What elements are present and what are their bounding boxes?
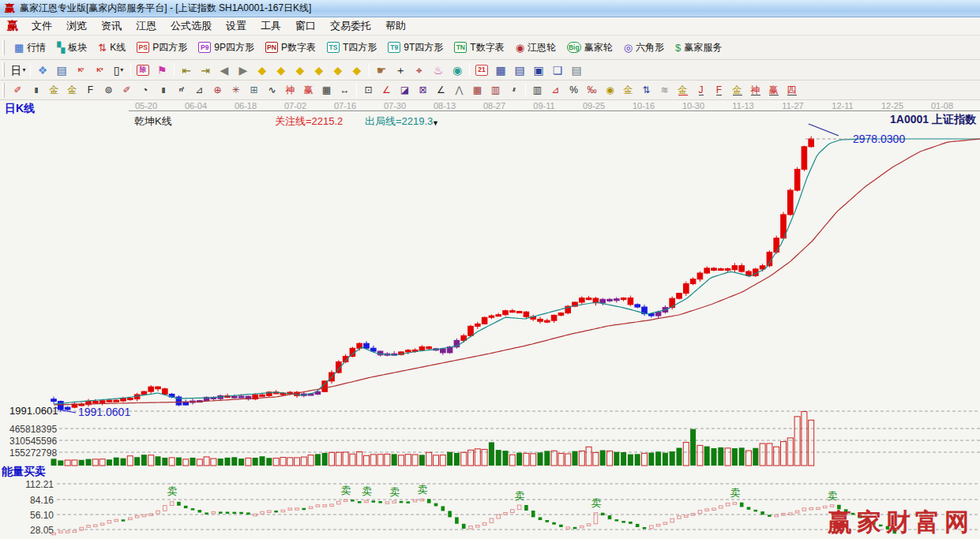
drag-hand-icon[interactable]: ☛ bbox=[372, 62, 391, 79]
menu-item-0[interactable]: 文件 bbox=[24, 17, 59, 35]
nine-t-square-button[interactable]: T99T四方形 bbox=[382, 39, 449, 56]
wave-mark-icon[interactable]: ∿ bbox=[263, 82, 281, 98]
formula-web-icon[interactable]: ❖ bbox=[33, 62, 52, 79]
hist-scale-icon[interactable]: ▥ bbox=[528, 82, 546, 98]
gann-target-icon[interactable]: ⊕ bbox=[208, 82, 227, 98]
grid-count-icon[interactable]: ▦ bbox=[317, 82, 336, 98]
sectors-button[interactable]: ▚板块 bbox=[51, 39, 92, 56]
percent-icon[interactable]: % bbox=[565, 82, 583, 98]
notepad-icon[interactable]: ▤ bbox=[510, 62, 529, 79]
parallel-lines-icon[interactable]: // bbox=[505, 82, 523, 98]
kline-9-icon[interactable]: K⁹ bbox=[90, 62, 109, 79]
gold-bars-icon[interactable]: 金 bbox=[619, 82, 637, 98]
wave-box-icon[interactable]: ≋ bbox=[655, 82, 674, 98]
gold-grid-b-icon[interactable]: 金 bbox=[63, 82, 81, 98]
kline-3-icon[interactable]: K³ bbox=[71, 62, 90, 79]
angle-set-icon[interactable]: ⊿ bbox=[190, 82, 208, 98]
percent-angle-icon[interactable]: ⊿ bbox=[546, 82, 565, 98]
col-grid-icon[interactable]: ▥ bbox=[486, 82, 505, 98]
kline-chart[interactable]: 465818395310545596155272798112.2184.1656… bbox=[0, 100, 980, 539]
calculator-icon[interactable]: ▦ bbox=[491, 62, 510, 79]
menu-logo-icon[interactable]: 赢 bbox=[4, 19, 24, 33]
page-left-icon[interactable]: ◀ bbox=[215, 62, 234, 79]
pen-angle-icon[interactable]: ✐ bbox=[118, 82, 136, 98]
date-tick-label: 12-25 bbox=[881, 101, 903, 110]
zoom-diamond-left-icon[interactable]: ◆ bbox=[253, 62, 272, 79]
zoom-diamond-shrink-icon[interactable]: ◆ bbox=[310, 62, 329, 79]
p-square-button[interactable]: PSP四方形 bbox=[131, 39, 193, 56]
measure-icon[interactable]: ⌖ bbox=[410, 62, 429, 79]
calendar-icon[interactable]: 21 bbox=[472, 62, 491, 79]
zigzag-icon[interactable]: ⋀ bbox=[450, 82, 468, 98]
draw-pen-icon[interactable]: ✐ bbox=[9, 82, 27, 98]
gold-circle-icon[interactable]: ◉ bbox=[601, 82, 619, 98]
last-page-icon[interactable]: ⇥ bbox=[196, 62, 215, 79]
zoom-diamond-expand-icon[interactable]: ◆ bbox=[291, 62, 310, 79]
menu-item-9[interactable]: 帮助 bbox=[378, 17, 413, 35]
crosshair-icon[interactable]: ＋ bbox=[391, 62, 410, 79]
dropdown-triangle-icon[interactable]: ▼ bbox=[432, 119, 439, 127]
ray-fan-icon[interactable]: ∠ bbox=[377, 82, 396, 98]
updown-mark-icon[interactable]: ⇅ bbox=[637, 82, 655, 98]
hexagon-button[interactable]: ◎六角形 bbox=[618, 39, 670, 56]
star-rays-icon[interactable]: ✳ bbox=[227, 82, 245, 98]
kline-button[interactable]: ⇅K线 bbox=[92, 39, 131, 56]
gold-grid-a-icon[interactable]: 金 bbox=[45, 82, 63, 98]
span-arrows-icon[interactable]: ↔ bbox=[336, 82, 354, 98]
j-line-icon[interactable]: J bbox=[692, 82, 710, 98]
save-icon[interactable]: ▣ bbox=[529, 62, 548, 79]
first-page-icon[interactable]: ⇤ bbox=[177, 62, 196, 79]
net-box-icon[interactable]: ⊠ bbox=[414, 82, 432, 98]
si-slash-icon[interactable]: 四 bbox=[783, 82, 801, 98]
menu-item-8[interactable]: 交易委托 bbox=[323, 17, 378, 35]
menu-item-2[interactable]: 资讯 bbox=[94, 17, 129, 35]
grid-target-icon[interactable]: ⊞ bbox=[245, 82, 263, 98]
trend-pen-icon[interactable]: ∠ bbox=[432, 82, 450, 98]
zoom-diamond-right-icon[interactable]: ◆ bbox=[272, 62, 291, 79]
clipboard-icon[interactable]: ▤ bbox=[52, 62, 71, 79]
ruler-dense-icon[interactable]: ||| bbox=[154, 82, 172, 98]
f-line-icon[interactable]: F bbox=[710, 82, 728, 98]
menu-item-5[interactable]: 设置 bbox=[219, 17, 253, 35]
t-number-table-button[interactable]: TNT数字表 bbox=[449, 39, 509, 56]
color-flag-icon[interactable]: ⚑ bbox=[152, 62, 171, 79]
zoom-diamond-full-icon[interactable]: ◆ bbox=[347, 62, 366, 79]
red-grid-icon[interactable]: ▦ bbox=[468, 82, 486, 98]
diag-box-icon[interactable]: ◪ bbox=[396, 82, 414, 98]
zoom-diamond-out-icon[interactable]: ◆ bbox=[329, 62, 347, 79]
t-square-button[interactable]: TST四方形 bbox=[321, 39, 382, 56]
p-number-table-button[interactable]: PNP数字表 bbox=[260, 39, 321, 56]
n-square-icon[interactable]: n² bbox=[172, 82, 190, 98]
shen-slash-icon[interactable]: 神 bbox=[746, 82, 764, 98]
winner-service-button[interactable]: $赢家服务 bbox=[670, 39, 727, 56]
gold-line-icon[interactable]: 金 bbox=[674, 82, 692, 98]
time-circle-icon[interactable]: ◔ bbox=[136, 82, 154, 98]
period-day-button[interactable]: 日▾ bbox=[9, 62, 28, 79]
menu-item-4[interactable]: 公式选股 bbox=[163, 17, 219, 35]
gold-slash-icon[interactable]: 金 bbox=[728, 82, 746, 98]
winner-wheel-button[interactable]: Big赢家轮 bbox=[561, 39, 618, 56]
menu-item-7[interactable]: 窗口 bbox=[288, 17, 323, 35]
ex-rights-icon[interactable]: 除 bbox=[133, 62, 152, 79]
ying-tool-icon[interactable]: 赢 bbox=[299, 82, 317, 98]
market-quotes-button[interactable]: ▦行情 bbox=[9, 39, 51, 56]
page-right-icon[interactable]: ▶ bbox=[234, 62, 253, 79]
nine-spiral-icon[interactable]: ⊚ bbox=[100, 82, 118, 98]
net-transfer-icon[interactable]: ❏ bbox=[548, 62, 567, 79]
shen-tool-icon[interactable]: 神 bbox=[281, 82, 299, 98]
menu-item-6[interactable]: 工具 bbox=[253, 17, 288, 35]
ying-slash-icon[interactable]: 赢 bbox=[764, 82, 783, 98]
menu-item-3[interactable]: 江恩 bbox=[129, 17, 163, 35]
gann-ruler-icon[interactable]: ||| bbox=[27, 82, 45, 98]
hotspot-icon[interactable]: ♨ bbox=[429, 62, 448, 79]
period-label[interactable]: 日K线 bbox=[5, 102, 35, 116]
candle-style-button[interactable]: ▯▾ bbox=[109, 62, 128, 79]
gann-wheel-button[interactable]: ◉江恩轮 bbox=[510, 39, 561, 56]
percent-line-icon[interactable]: ‰ bbox=[583, 82, 601, 98]
nine-p-square-button[interactable]: P99P四方形 bbox=[193, 39, 260, 56]
f-grid-icon[interactable]: F bbox=[81, 82, 100, 98]
smart-analysis-icon[interactable]: ◉ bbox=[448, 62, 467, 79]
menu-item-1[interactable]: 浏览 bbox=[59, 17, 94, 35]
corner-frame-icon[interactable]: ⊡ bbox=[359, 82, 377, 98]
print-icon[interactable]: ▤ bbox=[567, 62, 586, 79]
